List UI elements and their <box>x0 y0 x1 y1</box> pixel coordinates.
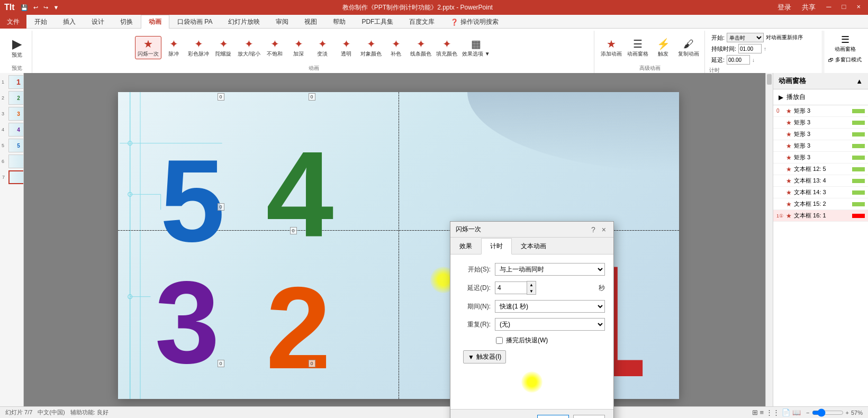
normal-view-btn[interactable]: ⊞ <box>752 408 758 416</box>
dialog-close-icon[interactable]: × <box>600 225 608 234</box>
dialog-start-select[interactable]: 与上一动画同时 单击时 上一动画之后 <box>495 263 605 276</box>
slide-thumb-3[interactable]: 3 3 <box>8 107 24 121</box>
duration-input[interactable] <box>738 44 762 53</box>
tab-switch[interactable]: 切换 <box>112 15 141 29</box>
anim-item-7[interactable]: ★ 文本框 14: 3 <box>773 187 868 198</box>
anim-item-2[interactable]: ★ 矩形 3 <box>773 129 868 140</box>
login-button[interactable]: 登录 <box>774 2 794 13</box>
anim-pane-toggle[interactable]: ☰ 动画窗格 <box>834 33 857 54</box>
delay-input[interactable] <box>727 55 750 65</box>
anim-item-0[interactable]: 0 ★ 矩形 3 <box>773 105 868 117</box>
slide-thumb-6[interactable]: 6 <box>8 155 24 168</box>
fade-button[interactable]: ✦ 变淡 <box>311 37 334 59</box>
anim-item-3[interactable]: ★ 矩形 3 <box>773 140 868 152</box>
anim-item-8[interactable]: ★ 文本框 15: 2 <box>773 198 868 210</box>
anim-bar-8 <box>852 202 865 206</box>
flash-once-button[interactable]: ★ 闪烁一次 <box>135 36 161 59</box>
copy-animation-button[interactable]: 🖌 复制动画 <box>676 37 701 59</box>
slide-thumb-5[interactable]: 5 5 <box>8 139 24 152</box>
anim-star-3: ★ <box>786 142 792 150</box>
trigger-button[interactable]: ⚡ 触发 <box>652 37 675 59</box>
tab-slideshow[interactable]: 幻灯片放映 <box>220 15 268 29</box>
dialog-repeat-select[interactable]: (无) 2 3 4 5 10 直到下次单击 直到幻灯片末尾 <box>495 318 605 331</box>
outline-view-btn[interactable]: ≡ <box>760 408 764 416</box>
darken-button[interactable]: ✦ 不饱和 <box>263 37 286 59</box>
tab-pdf[interactable]: PDF工具集 <box>354 15 401 29</box>
pos-0-mid: 0 <box>290 227 297 234</box>
dialog-period-select[interactable]: 快速(1 秒) 非常慢(5 秒) 慢速(3 秒) 中速(2 秒) 非常快(0.5… <box>495 300 605 313</box>
panel-collapse-btn[interactable]: ▲ <box>856 77 863 85</box>
slide-thumb-2[interactable]: 2 2 <box>8 91 24 105</box>
dialog-tab-effect[interactable]: 效果 <box>450 238 481 255</box>
color-pulse-button[interactable]: ✦ 彩色脉冲 <box>186 37 211 59</box>
dialog-tab-timing[interactable]: 计时 <box>481 238 512 255</box>
tab-baidu[interactable]: 百度文库 <box>401 15 442 29</box>
zoom-increase-btn[interactable]: + <box>846 410 849 416</box>
grow-button[interactable]: ✦ 放大/缩小 <box>236 37 263 59</box>
effect-options-button[interactable]: ▦ 效果选项 ▼ <box>460 37 492 59</box>
anim-item-4[interactable]: ★ 矩形 3 <box>773 152 868 163</box>
anim-item-9[interactable]: 1① ★ 文本框 16: 1 <box>773 210 868 222</box>
zoom-slider[interactable] <box>812 410 844 416</box>
qa-more[interactable]: ▼ <box>52 4 61 11</box>
tab-file[interactable]: 文件 <box>0 15 26 29</box>
animation-pane-button[interactable]: ☰ 动画窗格 <box>625 37 650 59</box>
qa-undo[interactable]: ↩ <box>32 4 40 12</box>
tab-design[interactable]: 设计 <box>84 15 112 29</box>
slide-sorter-btn[interactable]: ⋮⋮ <box>766 408 780 416</box>
spin-button[interactable]: ✦ 陀螺旋 <box>212 37 235 59</box>
trigger-button-dialog[interactable]: ▼ 触发器(I) <box>463 350 506 364</box>
tab-animation[interactable]: 动画 <box>141 15 169 29</box>
spin-down-btn[interactable]: ▼ <box>527 288 536 294</box>
fill-color-button[interactable]: ✦ 填充颜色 <box>434 37 459 59</box>
tab-review[interactable]: 审阅 <box>268 15 296 29</box>
multiwindow-toggle[interactable]: 🗗 多窗口模式 <box>828 56 862 63</box>
supplement-button[interactable]: ✦ 补色 <box>384 37 408 59</box>
slide-thumb-4[interactable]: 4 4 <box>8 123 24 137</box>
play-all-button[interactable]: ▶ 播放自 <box>773 89 868 105</box>
zoom-level: 57% <box>851 410 863 416</box>
add-animation-button[interactable]: ★ 添加动画 <box>599 37 624 59</box>
line-color-button[interactable]: ✦ 线条颜色 <box>408 37 433 59</box>
anim-item-6[interactable]: ★ 文本框 13: 4 <box>773 175 868 187</box>
tab-help[interactable]: 帮助 <box>325 15 354 29</box>
anim-bar-9 <box>852 214 865 218</box>
qa-save[interactable]: 💾 <box>19 4 30 12</box>
restore-btn[interactable]: □ <box>839 2 849 13</box>
deepen-button[interactable]: ✦ 加深 <box>287 37 310 59</box>
zoom-decrease-btn[interactable]: − <box>806 410 809 416</box>
dialog-title: 闪烁一次 <box>456 225 481 234</box>
transparent-button[interactable]: ✦ 透明 <box>334 37 358 59</box>
tab-start[interactable]: 开始 <box>26 15 55 29</box>
vertical-scrollbar[interactable] <box>765 73 773 418</box>
tab-pa[interactable]: 口袋动画 PA <box>169 15 220 29</box>
minimize-btn[interactable]: ─ <box>823 2 834 13</box>
qa-redo[interactable]: ↪ <box>42 4 50 12</box>
dialog-help-icon[interactable]: ? <box>591 225 595 234</box>
cursor-highlight-dialog <box>521 371 542 393</box>
reading-view-btn[interactable]: 📖 <box>792 408 801 416</box>
preview-button[interactable]: ▶ 预览 <box>5 35 29 60</box>
tab-search[interactable]: ❓ 操作说明搜索 <box>442 15 507 29</box>
anim-item-5[interactable]: ★ 文本框 12: 5 <box>773 163 868 175</box>
dialog-cancel-button[interactable]: 取消 <box>573 415 605 418</box>
anim-item-1[interactable]: ★ 矩形 3 <box>773 117 868 129</box>
notes-view-btn[interactable]: 📄 <box>782 408 790 416</box>
dialog-ok-button[interactable]: 确定 <box>537 415 569 418</box>
ribbon-content: ▶ 预览 预览 ★ 闪烁一次 ✦ 脉冲 ✦ 彩色脉冲 ✦ 陀螺旋 <box>0 29 868 74</box>
anim-name-2: 矩形 3 <box>794 130 850 138</box>
tab-view[interactable]: 视图 <box>296 15 325 29</box>
tab-insert[interactable]: 插入 <box>55 15 84 29</box>
slide-thumb-7[interactable]: 7 <box>8 170 24 184</box>
obj-color-button[interactable]: ✦ 对象颜色 <box>358 37 384 59</box>
slide-thumb-1[interactable]: 1 1 <box>8 75 24 89</box>
rewind-checkbox[interactable] <box>496 337 503 344</box>
dialog-delay-input[interactable] <box>495 281 527 294</box>
share-button[interactable]: 共享 <box>799 2 819 13</box>
title-bar-right: 登录 共享 ─ □ × <box>774 2 864 13</box>
spin-up-btn[interactable]: ▲ <box>527 281 536 288</box>
close-btn[interactable]: × <box>853 2 864 13</box>
dialog-tab-text-anim[interactable]: 文本动画 <box>512 238 555 255</box>
pulse-button[interactable]: ✦ 脉冲 <box>162 37 185 59</box>
start-select[interactable]: 单击时 <box>727 33 764 42</box>
